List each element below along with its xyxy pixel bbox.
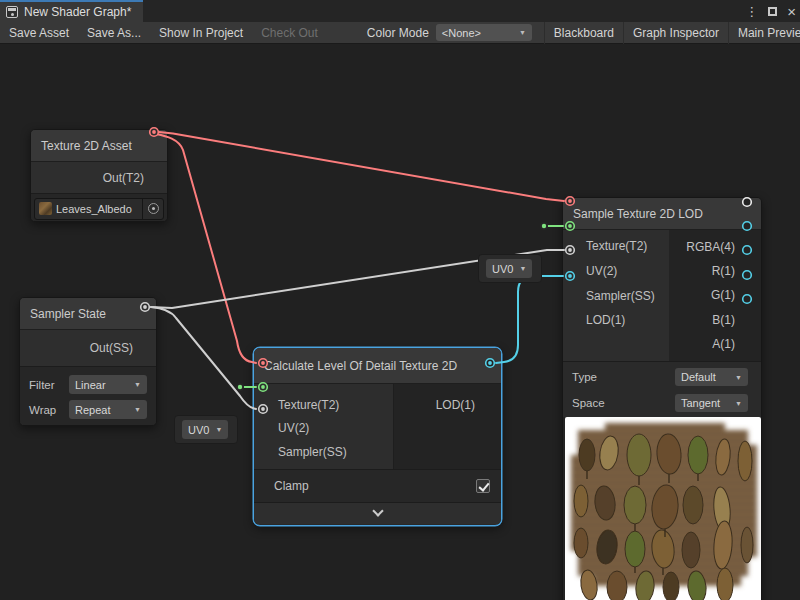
window-menu-icon[interactable]: ⋮ bbox=[745, 5, 758, 18]
tab-title: New Shader Graph* bbox=[24, 5, 131, 19]
node-sample-texture-2d-lod[interactable]: Sample Texture 2D LOD Texture(T2) UV(2) … bbox=[562, 197, 762, 600]
node-title[interactable]: Sampler State bbox=[20, 298, 156, 330]
input-ports-panel: Texture(T2) UV(2) Sampler(SS) bbox=[254, 384, 393, 469]
sample-ports: Texture(T2) UV(2) Sampler(SS) LOD(1) RGB… bbox=[563, 230, 761, 361]
blackboard-toggle-button[interactable]: Blackboard bbox=[545, 22, 623, 44]
node-title[interactable]: Sample Texture 2D LOD bbox=[563, 198, 761, 230]
clamp-checkbox[interactable] bbox=[476, 479, 490, 493]
chevron-down-icon: ▼ bbox=[519, 29, 526, 36]
type-row: Type Default ▼ bbox=[563, 364, 761, 390]
color-mode-group: Color Mode <None> ▼ bbox=[361, 22, 532, 44]
node-calculate-lod-texture-2d[interactable]: Calculate Level Of Detail Texture 2D Tex… bbox=[253, 347, 502, 526]
window-controls: ⋮ × bbox=[745, 0, 796, 22]
node-sampler-state[interactable]: Sampler State Out(SS) Filter Linear ▼ Wr… bbox=[19, 297, 157, 426]
toolbar-right-group: Blackboard Graph Inspector Main Preview bbox=[544, 22, 800, 44]
save-asset-button[interactable]: Save Asset bbox=[0, 22, 78, 44]
title-bar: New Shader Graph* ⋮ × bbox=[0, 0, 800, 22]
clamp-label: Clamp bbox=[274, 479, 309, 493]
port-label-b: B(1) bbox=[669, 308, 761, 332]
texture-thumbnail bbox=[39, 202, 52, 215]
space-row: Space Tangent ▼ bbox=[563, 390, 761, 416]
port-label-lod-out: LOD(1) bbox=[394, 393, 501, 417]
chevron-down-icon: ▼ bbox=[735, 374, 742, 381]
shader-graph-icon bbox=[6, 6, 18, 18]
port-label-g: G(1) bbox=[669, 283, 761, 307]
port-label-rgba: RGBA(4) bbox=[669, 235, 761, 259]
wrap-row: Wrap Repeat ▼ bbox=[20, 397, 156, 422]
sampler-controls: Filter Linear ▼ Wrap Repeat ▼ bbox=[20, 366, 156, 426]
document-tab[interactable]: New Shader Graph* bbox=[0, 0, 143, 22]
uv-channel-dropdown[interactable]: UV0 ▼ bbox=[182, 420, 228, 439]
chevron-down-icon: ▼ bbox=[134, 406, 141, 413]
wrap-label: Wrap bbox=[29, 404, 56, 416]
filter-row: Filter Linear ▼ bbox=[20, 372, 156, 397]
port-label-sampler: Sampler(SS) bbox=[254, 440, 393, 464]
object-picker-icon bbox=[148, 203, 159, 214]
chevron-down-icon bbox=[372, 505, 383, 516]
filter-dropdown[interactable]: Linear ▼ bbox=[69, 375, 147, 394]
space-label: Space bbox=[572, 397, 605, 409]
clamp-row: Clamp bbox=[254, 469, 501, 502]
chevron-down-icon: ▼ bbox=[735, 400, 742, 407]
texture-object-field[interactable]: Leaves_Albedo bbox=[34, 198, 164, 220]
filter-label: Filter bbox=[29, 379, 55, 391]
node-title[interactable]: Calculate Level Of Detail Texture 2D bbox=[254, 348, 501, 384]
port-label-r: R(1) bbox=[669, 259, 761, 283]
graph-inspector-toggle-button[interactable]: Graph Inspector bbox=[624, 22, 728, 44]
sample-controls: Type Default ▼ Space Tangent ▼ bbox=[563, 361, 761, 417]
port-label-out-ss: Out(SS) bbox=[20, 330, 156, 366]
toolbar: Save Asset Save As... Show In Project Ch… bbox=[0, 22, 800, 44]
calc-ports: Texture(T2) UV(2) Sampler(SS) LOD(1) bbox=[254, 384, 501, 469]
show-in-project-button[interactable]: Show In Project bbox=[150, 22, 252, 44]
port-label-sampler: Sampler(SS) bbox=[563, 283, 669, 308]
node-texture-2d-asset[interactable]: Texture 2D Asset Out(T2) Leaves_Albedo bbox=[30, 129, 168, 222]
port-label-a: A(1) bbox=[669, 332, 761, 356]
port-label-texture: Texture(T2) bbox=[563, 234, 669, 259]
chevron-down-icon: ▼ bbox=[134, 381, 141, 388]
uv-channel-widget-calc: UV0 ▼ bbox=[174, 415, 238, 444]
node-title[interactable]: Texture 2D Asset bbox=[31, 130, 167, 162]
maximize-icon[interactable] bbox=[768, 7, 777, 16]
node-expander[interactable] bbox=[254, 502, 501, 524]
wrap-dropdown[interactable]: Repeat ▼ bbox=[69, 400, 147, 419]
close-icon[interactable]: × bbox=[787, 4, 796, 19]
graph-canvas[interactable]: Texture 2D Asset Out(T2) Leaves_Albedo S… bbox=[0, 44, 800, 600]
save-as-button[interactable]: Save As... bbox=[78, 22, 150, 44]
type-dropdown[interactable]: Default ▼ bbox=[675, 368, 748, 386]
object-picker-button[interactable] bbox=[142, 198, 163, 220]
space-dropdown[interactable]: Tangent ▼ bbox=[675, 394, 748, 412]
port-label-texture: Texture(T2) bbox=[254, 393, 393, 417]
input-ports-panel: Texture(T2) UV(2) Sampler(SS) LOD(1) bbox=[563, 230, 669, 361]
port-label-lod: LOD(1) bbox=[563, 308, 669, 333]
output-ports-panel: RGBA(4) R(1) G(1) B(1) A(1) bbox=[669, 230, 761, 361]
node-preview-area bbox=[563, 417, 761, 600]
color-mode-dropdown[interactable]: <None> ▼ bbox=[436, 24, 532, 41]
chevron-down-icon: ▼ bbox=[519, 265, 526, 272]
uv-channel-dropdown[interactable]: UV0 ▼ bbox=[486, 259, 532, 278]
port-label-uv: UV(2) bbox=[563, 259, 669, 284]
output-ports-panel: LOD(1) bbox=[393, 384, 501, 469]
port-label-uv: UV(2) bbox=[254, 417, 393, 441]
chevron-down-icon: ▼ bbox=[215, 426, 222, 433]
uv-channel-widget-sample: UV0 ▼ bbox=[478, 254, 542, 283]
port-label-out-t2: Out(T2) bbox=[31, 162, 167, 193]
color-mode-label: Color Mode bbox=[361, 22, 429, 44]
main-preview-toggle-button[interactable]: Main Preview bbox=[729, 22, 800, 44]
check-out-button: Check Out bbox=[252, 22, 327, 44]
texture-field-row: Leaves_Albedo bbox=[31, 193, 167, 222]
type-label: Type bbox=[572, 371, 597, 383]
texture-preview-image bbox=[565, 417, 761, 600]
shader-graph-window: New Shader Graph* ⋮ × Save Asset Save As… bbox=[0, 0, 800, 600]
texture-asset-name: Leaves_Albedo bbox=[56, 203, 142, 215]
